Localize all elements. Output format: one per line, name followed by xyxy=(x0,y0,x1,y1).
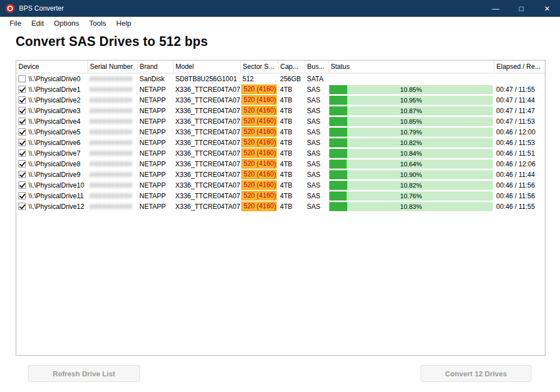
progress-label: 10.79% xyxy=(329,128,493,137)
status-cell: 10.95% xyxy=(328,95,494,105)
brand-cell: NETAPP xyxy=(137,169,173,180)
drive-checkbox[interactable] xyxy=(18,96,26,104)
progress-bar: 10.90% xyxy=(329,170,493,179)
sector-size-highlight: 520 (4160) xyxy=(241,106,277,115)
menu-help[interactable]: Help xyxy=(111,19,137,27)
serial-number-masked: ########## xyxy=(90,203,133,211)
elapsed-remaining-cell: 00:47 / 11:44 xyxy=(494,95,545,105)
sector-size-cell: 520 (4160) xyxy=(240,148,278,158)
capacity-cell: 4TB xyxy=(278,116,305,127)
close-button[interactable]: ✕ xyxy=(534,0,560,17)
column-header[interactable]: Serial Number xyxy=(87,60,137,73)
drive-checkbox[interactable] xyxy=(18,192,26,199)
sector-size-highlight: 520 (4160) xyxy=(241,159,277,169)
serial-cell: ########## xyxy=(87,201,137,212)
maximize-button[interactable]: □ xyxy=(508,0,534,17)
drive-checkbox[interactable] xyxy=(18,171,26,178)
drive-checkbox[interactable] xyxy=(18,118,26,125)
drive-checkbox[interactable] xyxy=(18,139,26,146)
drive-checkbox[interactable] xyxy=(18,86,26,93)
drive-checkbox[interactable] xyxy=(18,150,26,157)
device-name: \\.\PhysicalDrive3 xyxy=(29,107,81,115)
drive-row[interactable]: \\.\PhysicalDrive7##########NETAPPX336_T… xyxy=(16,148,545,158)
drive-table: DeviceSerial NumberBrandModelSector S...… xyxy=(16,60,545,356)
elapsed-remaining-cell: 00:47 / 11:47 xyxy=(494,105,545,116)
elapsed-remaining-cell: 00:46 / 11:56 xyxy=(494,180,545,190)
serial-number-masked: ########## xyxy=(90,139,133,147)
column-header[interactable]: Bus... xyxy=(305,60,328,73)
column-header[interactable]: Status xyxy=(328,60,494,73)
drive-checkbox[interactable] xyxy=(18,128,26,136)
device-cell: \\.\PhysicalDrive0 xyxy=(16,73,87,85)
sector-size-cell: 520 (4160) xyxy=(240,84,278,95)
sector-size-cell: 520 (4160) xyxy=(240,127,278,137)
device-cell: \\.\PhysicalDrive3 xyxy=(16,105,87,116)
drive-row[interactable]: \\.\PhysicalDrive6##########NETAPPX336_T… xyxy=(16,137,545,148)
drive-row[interactable]: \\.\PhysicalDrive4##########NETAPPX336_T… xyxy=(16,116,545,127)
menu-options[interactable]: Options xyxy=(49,19,84,27)
drive-checkbox[interactable] xyxy=(18,107,26,114)
serial-cell: ########## xyxy=(87,116,137,127)
device-name: \\.\PhysicalDrive1 xyxy=(29,86,81,94)
brand-cell: NETAPP xyxy=(137,84,173,95)
brand-cell: SanDisk xyxy=(137,73,173,85)
drive-row[interactable]: \\.\PhysicalDrive9##########NETAPPX336_T… xyxy=(16,169,545,180)
drive-checkbox[interactable] xyxy=(18,160,26,167)
drive-row[interactable]: \\.\PhysicalDrive2##########NETAPPX336_T… xyxy=(16,95,545,105)
drive-row[interactable]: \\.\PhysicalDrive12##########NETAPPX336_… xyxy=(16,201,545,212)
device-name: \\.\PhysicalDrive11 xyxy=(29,192,83,200)
brand-cell: NETAPP xyxy=(137,116,173,127)
menu-file[interactable]: File xyxy=(4,19,26,27)
progress-bar: 10.76% xyxy=(329,192,493,200)
serial-cell: ########## xyxy=(87,127,137,137)
column-header[interactable]: Elapsed / Re... xyxy=(494,60,545,73)
drive-row[interactable]: \\.\PhysicalDrive11##########NETAPPX336_… xyxy=(16,190,545,201)
drive-row[interactable]: \\.\PhysicalDrive0##########SanDiskSD8TB… xyxy=(16,73,545,85)
column-header[interactable]: Brand xyxy=(137,60,173,73)
drive-row[interactable]: \\.\PhysicalDrive1##########NETAPPX336_T… xyxy=(16,84,545,95)
elapsed-remaining-cell: 00:46 / 11:44 xyxy=(494,169,545,180)
column-header[interactable]: Model xyxy=(173,60,240,73)
bus-type-cell: SATA xyxy=(305,73,328,85)
progress-label: 10.64% xyxy=(329,160,493,169)
model-cell: X336_TTCRE04TA07 xyxy=(173,201,240,212)
brand-cell: NETAPP xyxy=(137,95,173,105)
status-cell: 10.83% xyxy=(328,201,494,212)
menu-tools[interactable]: Tools xyxy=(84,19,111,27)
convert-drives-button[interactable]: Convert 12 Drives xyxy=(421,365,531,382)
model-cell: X336_TTCRE04TA07 xyxy=(173,127,240,137)
device-cell: \\.\PhysicalDrive12 xyxy=(16,201,87,212)
drive-row[interactable]: \\.\PhysicalDrive10##########NETAPPX336_… xyxy=(16,180,545,190)
column-header[interactable]: Cap... xyxy=(278,60,305,73)
status-cell: 10.76% xyxy=(328,190,494,201)
drive-row[interactable]: \\.\PhysicalDrive3##########NETAPPX336_T… xyxy=(16,105,545,116)
capacity-cell: 4TB xyxy=(278,127,305,137)
menubar: FileEditOptionsToolsHelp xyxy=(0,17,560,29)
drive-checkbox[interactable] xyxy=(18,181,26,189)
brand-cell: NETAPP xyxy=(137,105,173,116)
serial-number-masked: ########## xyxy=(90,96,133,104)
progress-label: 10.82% xyxy=(329,138,493,147)
progress-bar: 10.85% xyxy=(329,117,493,126)
model-cell: X336_TTCRE04TA07 xyxy=(173,180,240,190)
minimize-button[interactable]: — xyxy=(483,0,508,17)
progress-label: 10.95% xyxy=(329,96,493,105)
device-cell: \\.\PhysicalDrive2 xyxy=(16,95,87,105)
serial-number-masked: ########## xyxy=(90,86,133,94)
capacity-cell: 4TB xyxy=(278,201,305,212)
status-cell: 10.85% xyxy=(328,116,494,127)
menu-edit[interactable]: Edit xyxy=(26,19,49,27)
drive-checkbox[interactable] xyxy=(18,203,26,210)
capacity-cell: 256GB xyxy=(278,73,305,85)
column-header[interactable]: Device xyxy=(16,60,87,73)
drive-row[interactable]: \\.\PhysicalDrive5##########NETAPPX336_T… xyxy=(16,127,545,137)
refresh-drive-list-button[interactable]: Refresh Drive List xyxy=(28,365,140,382)
capacity-cell: 4TB xyxy=(278,169,305,180)
bus-type-cell: SAS xyxy=(305,137,328,148)
device-cell: \\.\PhysicalDrive8 xyxy=(16,158,87,169)
elapsed-remaining-cell xyxy=(494,73,545,85)
model-cell: X336_TTCRE04TA07 xyxy=(173,116,240,127)
drive-row[interactable]: \\.\PhysicalDrive8##########NETAPPX336_T… xyxy=(16,158,545,169)
drive-checkbox[interactable] xyxy=(18,75,26,82)
column-header[interactable]: Sector S... xyxy=(240,60,278,73)
